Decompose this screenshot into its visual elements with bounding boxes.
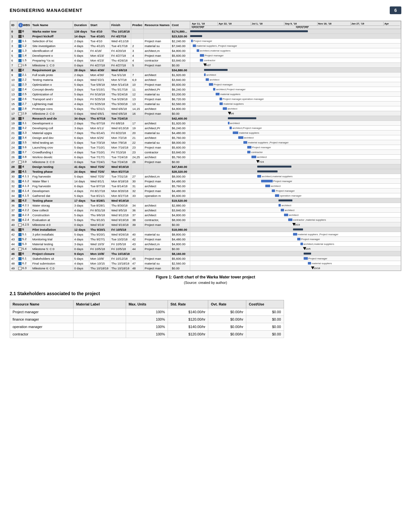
cell-resource: operation m [143, 193, 171, 198]
cell-cost: $174,880... [171, 29, 190, 34]
cell-wbs: 2.5 [17, 92, 31, 97]
gantt-bar-shape [257, 170, 278, 172]
cell-resource: contractor, [143, 218, 171, 222]
cell-gantt: architect [190, 73, 401, 77]
cell-gantt: Project manager,operation manager [190, 97, 401, 102]
cell-gantt: architect [190, 203, 401, 208]
cell-id: 40 [10, 222, 17, 227]
cell-gantt: operation manager [190, 193, 401, 198]
cell-taskname: Stakeholders sit [31, 256, 73, 261]
wbs-summary-icon [18, 69, 22, 72]
cell-predec [131, 164, 144, 169]
cell-wbs: 3.9 [17, 160, 31, 164]
cell-id: 28 [10, 164, 17, 169]
cell-finish: Fri 4/20/18 [110, 48, 131, 53]
cell-finish: Mon 8/20/18 [110, 189, 131, 193]
gantt-bar-shape [247, 151, 250, 153]
col-gantt: Apr 11, '18 Apr 22, '18 Jul 1, '18 Sep 9… [190, 21, 401, 29]
cell-start: Wed 7/25/ [89, 164, 110, 169]
cell-start: Mon 10/8/ [89, 256, 110, 261]
resource-label [73, 331, 126, 338]
cell-gantt: architect [190, 121, 401, 126]
gantt-bar-shape [300, 243, 303, 245]
cell-predec: 23 [131, 145, 144, 150]
gantt-table: ID iWBS Task Name Duration Start Finish … [10, 21, 401, 271]
cell-resource: Project man [143, 179, 171, 184]
cell-gantt: architect [190, 77, 401, 82]
cell-cost: $1,920.00 [171, 121, 190, 126]
resource-stdrate: $140.00/hr [168, 323, 208, 331]
cell-predec [131, 227, 144, 232]
cell-gantt: Project manager [190, 145, 401, 150]
gantt-bar-shape [304, 253, 311, 255]
gantt-bar-shape [261, 180, 272, 182]
cell-taskname: Pilot installation [31, 227, 73, 232]
table-row: 37 4.2.2 Dew collecti 4 days Fri 8/31/18… [10, 208, 401, 213]
cell-id: 1 [10, 34, 17, 39]
cell-gantt: architect,material suppliers [190, 242, 401, 247]
cell-taskname: Full scale proto [31, 73, 73, 77]
cell-finish: Thu 5/17/18 [110, 87, 131, 92]
cell-gantt: contractor [190, 150, 401, 155]
cell-gantt: architect,material suppliers [190, 174, 401, 179]
cell-duration: 4 days [73, 237, 89, 242]
gantt-milestone-label: 4/27 [206, 64, 211, 67]
page-title: ENGINEERING MANAGEMENT [10, 8, 83, 13]
gantt-bar-shape [228, 117, 257, 119]
cell-cost: $19,520.00 [171, 198, 190, 203]
gantt-bar-shape [257, 166, 291, 168]
table-row: 23 3.5 Wind testing an 5 days Tue 7/3/18… [10, 140, 401, 145]
cell-resource: architect,m [143, 174, 171, 179]
info-icon[interactable]: i [18, 23, 23, 27]
cell-wbs: 4.2.2 [17, 208, 31, 213]
cell-finish: Wed 6/13/18 [110, 126, 131, 131]
table-row: 33 4.1.4 Developmen 4 days Fri 8/17/18 M… [10, 189, 401, 193]
table-row: 27 3.9 Milestone 3: C:0 0 days Tue 7/24/… [10, 160, 401, 164]
cell-gantt: contractor [190, 58, 401, 63]
gantt-bar-label: Project manager [214, 83, 233, 86]
cell-predec: 4 [131, 58, 144, 63]
resource-table: Resource NameMaterial LabelMax. UnitsStd… [10, 300, 284, 338]
cell-gantt: 10/18 [190, 266, 401, 271]
cell-id: 44 [10, 242, 17, 247]
cell-duration: 2 days [73, 73, 89, 77]
cell-resource: material su [143, 140, 171, 145]
cell-cost: $42,400.00 [171, 116, 190, 121]
cell-finish: Fri 6/8/18 [110, 121, 131, 126]
resource-table-row: finance manager 100% $120.00/hr $0.00/hr… [10, 316, 284, 323]
table-row: 16 2.8 Prototype cons 5 days Thu 5/31/1 … [10, 106, 401, 111]
cell-gantt [190, 198, 401, 203]
cell-taskname: Transport and r [31, 97, 73, 102]
cell-finish: Fri 6/22/18 [110, 131, 131, 135]
gantt-bar-shape [223, 107, 227, 110]
cell-start: Thu 9/20/1 [89, 227, 110, 232]
gantt-bar-shape [233, 131, 239, 134]
resource-stdrate: $140.00/hr [168, 308, 208, 316]
cell-cost: $3,200.00 [171, 92, 190, 97]
cell-id: 12 [10, 87, 17, 92]
cell-start: Thu 9/6/18 [89, 213, 110, 218]
wbs-summary-icon [18, 117, 22, 120]
cell-predec: 17 [131, 121, 144, 126]
gantt-bar-label: architect,material suppliers [200, 49, 230, 52]
cell-predec: 30 [131, 179, 144, 184]
cell-predec [131, 29, 144, 34]
cell-cost: $5,600.00 [171, 256, 190, 261]
cell-start: Tue 4/10 [89, 39, 110, 44]
cell-taskname: Dew collecti [31, 208, 73, 213]
cell-id: 29 [10, 169, 17, 174]
resource-col-header: Ovt. Rate [208, 300, 246, 308]
gantt-bar-shape [275, 194, 279, 197]
col-duration: Duration [73, 21, 89, 29]
wbs-summary-icon [18, 252, 22, 256]
table-row: 30 4.1.1 Fog harvestin 5 days Wed 7/25/ … [10, 174, 401, 179]
date-header-7: Apr [384, 22, 400, 25]
cell-start: Fri 4/27/18 [89, 63, 110, 68]
cell-duration: 4 days [73, 44, 89, 48]
cell-predec: 43 [131, 242, 144, 247]
cell-resource: material su [143, 44, 171, 48]
cell-wbs: 1.5 [17, 58, 31, 63]
cell-resource: architect,m [143, 242, 171, 247]
cell-gantt: architect [190, 208, 401, 213]
cell-gantt: architect,Project manager [190, 87, 401, 92]
